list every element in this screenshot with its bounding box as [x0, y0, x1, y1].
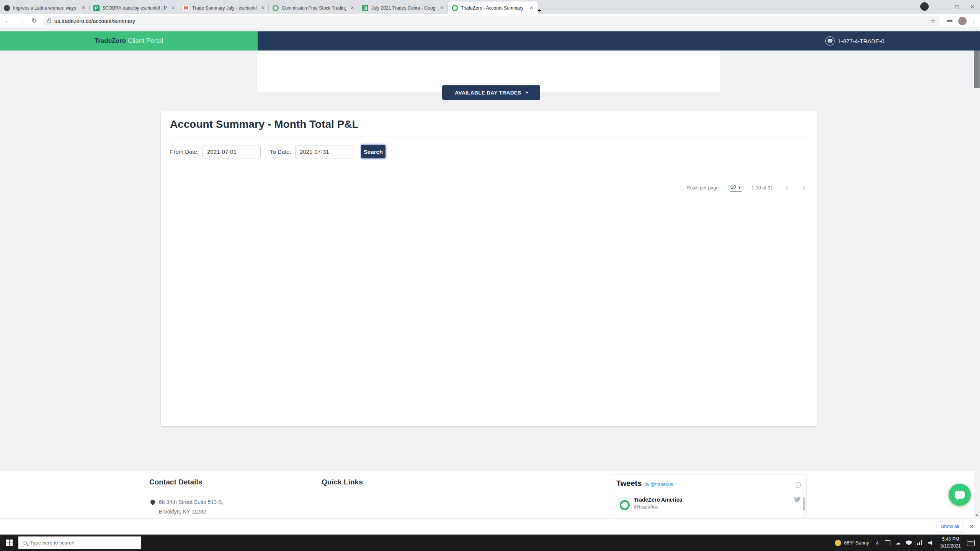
- page-range: 1-10 of 31: [751, 185, 773, 191]
- tweet-author-block: TradeZero America @trade0us: [634, 497, 682, 510]
- browser-tab[interactable]: Impress a Latina woman: ways to✕: [0, 2, 90, 14]
- browser-tab[interactable]: TradeZero - Account Summary✕: [448, 2, 537, 14]
- info-icon[interactable]: i: [795, 482, 801, 488]
- browser-tab[interactable]: P$COBRA trade by eschunk8 | Prof✕: [90, 2, 179, 14]
- taskbar: Type here to search 66°F Sunny ∧ ☁ 5:40 …: [0, 535, 980, 551]
- tweets-header: Tweets by @trade0us i: [611, 474, 806, 492]
- show-all-downloads-button[interactable]: Show all: [936, 522, 964, 531]
- weather-widget[interactable]: 66°F Sunny: [831, 540, 873, 546]
- phone-box: ☎ 1-877-4-TRADE-0: [825, 31, 884, 51]
- lock-icon: [47, 20, 51, 23]
- reload-icon[interactable]: ↻: [29, 16, 39, 26]
- pagination: Rows per page: 10 ▾ 1-10 of 31 ‹ ›: [170, 183, 808, 193]
- quick-links-heading: Quick Links: [322, 478, 363, 486]
- tab-title: Impress a Latina woman: ways to: [13, 5, 77, 11]
- tab-title: July 2021 Trades Cobra - Google: [371, 5, 436, 11]
- tweets-scrollbar[interactable]: [803, 497, 805, 518]
- next-page-icon[interactable]: ›: [800, 183, 808, 193]
- tweets-title: Tweets: [616, 479, 642, 488]
- tab-strip: Impress a Latina woman: ways to✕P$COBRA …: [0, 0, 980, 14]
- search-button[interactable]: Search: [361, 145, 385, 158]
- start-button[interactable]: [0, 535, 18, 551]
- tab-close-icon[interactable]: ✕: [439, 5, 445, 11]
- tab-close-icon[interactable]: ✕: [170, 5, 176, 11]
- bookmark-star-icon[interactable]: ☆: [931, 18, 936, 24]
- security-shield-icon[interactable]: [903, 540, 915, 545]
- divider: [170, 137, 808, 137]
- action-center-icon[interactable]: [967, 540, 975, 546]
- new-tab-button[interactable]: +: [537, 7, 541, 14]
- available-day-trades-button[interactable]: AVAILABLE DAY TRADES: [442, 85, 540, 100]
- tab-close-icon[interactable]: ✕: [528, 5, 534, 11]
- browser-tab[interactable]: MTrade Summary July - eschunk8@✕: [179, 2, 269, 14]
- volume-icon[interactable]: [926, 540, 937, 545]
- tweet-account-name[interactable]: TradeZero America: [634, 497, 682, 503]
- phone-number: 1-877-4-TRADE-0: [838, 38, 884, 44]
- scroll-down-icon[interactable]: ▼: [974, 513, 980, 518]
- tweet-item[interactable]: TradeZero America @trade0us: [611, 492, 806, 510]
- tradezero-favicon-icon: [452, 5, 458, 11]
- forward-icon[interactable]: →: [16, 16, 26, 26]
- url-text[interactable]: us.tradezero.co/account/summary: [54, 18, 135, 24]
- browser-profile-icon[interactable]: [920, 2, 929, 11]
- network-icon[interactable]: [915, 540, 926, 545]
- maximize-button[interactable]: ▢: [949, 0, 965, 13]
- tweets-by-link[interactable]: by @trade0us: [644, 482, 673, 487]
- tray-time: 5:40 PM: [941, 536, 961, 543]
- page-scrollbar[interactable]: ▲ ▼: [974, 28, 980, 518]
- twitter-bird-icon: [794, 497, 801, 502]
- clock[interactable]: 5:40 PM 8/10/2021: [937, 536, 965, 549]
- browser-menu-icon[interactable]: ⋮: [970, 18, 976, 24]
- tab-title: Trade Summary July - eschunk8@: [192, 5, 256, 11]
- password-key-icon[interactable]: [947, 20, 952, 22]
- page-title: Account Summary - Month Total P&L: [170, 118, 808, 130]
- site-navbar: TradeZero Client Portal ☎ 1-877-4-TRADE-…: [0, 31, 980, 51]
- weather-text: 66°F Sunny: [844, 540, 869, 546]
- rows-per-page-select[interactable]: 10 ▾: [730, 184, 742, 192]
- to-date-label: To Date:: [270, 148, 291, 155]
- minimize-button[interactable]: —: [934, 0, 949, 13]
- url-field[interactable]: us.tradezero.co/account/summary ☆: [43, 16, 940, 26]
- tab-close-icon[interactable]: ✕: [349, 5, 355, 11]
- tab-close-icon[interactable]: ✕: [260, 5, 266, 11]
- from-date-input[interactable]: [203, 145, 261, 158]
- close-button[interactable]: ✕: [965, 0, 980, 13]
- tweet-avatar: [616, 497, 630, 510]
- tab-title: $COBRA trade by eschunk8 | Prof: [103, 5, 167, 11]
- tray-date: 8/10/2021: [941, 543, 961, 549]
- brand-suffix: Client Portal: [126, 37, 163, 44]
- downloads-close-icon[interactable]: ✕: [969, 523, 974, 530]
- onedrive-cloud-icon[interactable]: ☁: [893, 540, 903, 546]
- tab-title: Commission Free Stock Trading |: [282, 5, 346, 11]
- sun-icon: [835, 540, 841, 546]
- windows-logo-icon: [6, 540, 13, 546]
- brand-block: TradeZero Client Portal: [0, 31, 258, 51]
- profitly-favicon-icon: P: [93, 5, 100, 11]
- from-date-label: From Date:: [170, 148, 199, 155]
- prev-page-icon[interactable]: ‹: [783, 183, 790, 193]
- location-pin-icon: [150, 499, 156, 505]
- sheets-favicon-icon: [362, 5, 368, 11]
- window-controls: — ▢ ✕: [920, 0, 980, 13]
- globe-favicon-icon: [4, 5, 10, 11]
- to-date-input[interactable]: [295, 145, 353, 158]
- system-tray: 66°F Sunny ∧ ☁ 5:40 PM 8/10/2021: [831, 535, 980, 551]
- search-placeholder: Type here to search: [30, 540, 74, 546]
- tweets-widget: Tweets by @trade0us i TradeZero America …: [611, 474, 807, 518]
- touch-keyboard-icon[interactable]: [882, 540, 893, 545]
- date-filter-row: From Date: To Date: Search: [170, 145, 808, 158]
- chat-widget-button[interactable]: [949, 484, 971, 506]
- brand-name: TradeZero: [95, 37, 126, 44]
- browser-tab[interactable]: July 2021 Trades Cobra - Google✕: [358, 2, 448, 14]
- phone-icon: ☎: [825, 36, 835, 46]
- brand-logo[interactable]: TradeZero Client Portal: [95, 37, 163, 45]
- profile-avatar[interactable]: [958, 17, 967, 25]
- tray-chevron-icon[interactable]: ∧: [873, 540, 882, 546]
- back-icon[interactable]: ←: [3, 16, 13, 26]
- browser-tab[interactable]: Commission Free Stock Trading |✕: [269, 2, 358, 14]
- tweet-account-handle[interactable]: @trade0us: [634, 504, 682, 510]
- caret-down-icon: ▾: [738, 184, 741, 190]
- taskbar-search-input[interactable]: Type here to search: [18, 536, 141, 549]
- contact-details-heading: Contact Details: [149, 478, 202, 486]
- tab-close-icon[interactable]: ✕: [80, 5, 87, 11]
